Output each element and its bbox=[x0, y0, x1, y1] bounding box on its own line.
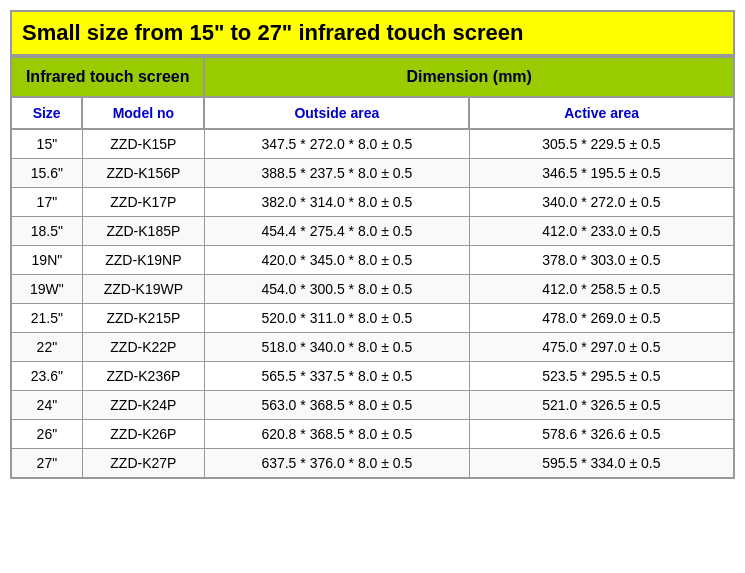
cell-active: 378.0 * 303.0 ± 0.5 bbox=[469, 246, 734, 275]
cell-model: ZZD-K17P bbox=[82, 188, 204, 217]
table-row: 18.5"ZZD-K185P454.4 * 275.4 * 8.0 ± 0.54… bbox=[11, 217, 734, 246]
cell-active: 412.0 * 233.0 ± 0.5 bbox=[469, 217, 734, 246]
cell-outside: 563.0 * 368.5 * 8.0 ± 0.5 bbox=[204, 391, 469, 420]
table-row: 19W"ZZD-K19WP454.0 * 300.5 * 8.0 ± 0.541… bbox=[11, 275, 734, 304]
subheader-size: Size bbox=[11, 97, 82, 129]
cell-model: ZZD-K24P bbox=[82, 391, 204, 420]
cell-size: 19N" bbox=[11, 246, 82, 275]
cell-outside: 454.0 * 300.5 * 8.0 ± 0.5 bbox=[204, 275, 469, 304]
cell-size: 21.5" bbox=[11, 304, 82, 333]
cell-outside: 454.4 * 275.4 * 8.0 ± 0.5 bbox=[204, 217, 469, 246]
cell-model: ZZD-K19NP bbox=[82, 246, 204, 275]
cell-model: ZZD-K236P bbox=[82, 362, 204, 391]
cell-active: 340.0 * 272.0 ± 0.5 bbox=[469, 188, 734, 217]
cell-outside: 518.0 * 340.0 * 8.0 ± 0.5 bbox=[204, 333, 469, 362]
cell-model: ZZD-K19WP bbox=[82, 275, 204, 304]
cell-size: 22" bbox=[11, 333, 82, 362]
table-row: 26"ZZD-K26P620.8 * 368.5 * 8.0 ± 0.5578.… bbox=[11, 420, 734, 449]
subheader-model: Model no bbox=[82, 97, 204, 129]
cell-outside: 565.5 * 337.5 * 8.0 ± 0.5 bbox=[204, 362, 469, 391]
cell-active: 521.0 * 326.5 ± 0.5 bbox=[469, 391, 734, 420]
cell-active: 475.0 * 297.0 ± 0.5 bbox=[469, 333, 734, 362]
subheader-outside: Outside area bbox=[204, 97, 469, 129]
table-row: 22"ZZD-K22P518.0 * 340.0 * 8.0 ± 0.5475.… bbox=[11, 333, 734, 362]
cell-active: 478.0 * 269.0 ± 0.5 bbox=[469, 304, 734, 333]
cell-outside: 347.5 * 272.0 * 8.0 ± 0.5 bbox=[204, 129, 469, 159]
cell-model: ZZD-K215P bbox=[82, 304, 204, 333]
cell-active: 305.5 * 229.5 ± 0.5 bbox=[469, 129, 734, 159]
cell-outside: 382.0 * 314.0 * 8.0 ± 0.5 bbox=[204, 188, 469, 217]
cell-active: 346.5 * 195.5 ± 0.5 bbox=[469, 159, 734, 188]
cell-outside: 388.5 * 237.5 * 8.0 ± 0.5 bbox=[204, 159, 469, 188]
table-row: 15.6"ZZD-K156P388.5 * 237.5 * 8.0 ± 0.53… bbox=[11, 159, 734, 188]
cell-active: 523.5 * 295.5 ± 0.5 bbox=[469, 362, 734, 391]
cell-active: 595.5 * 334.0 ± 0.5 bbox=[469, 449, 734, 479]
cell-size: 19W" bbox=[11, 275, 82, 304]
header-infrared: Infrared touch screen bbox=[11, 57, 204, 97]
cell-active: 412.0 * 258.5 ± 0.5 bbox=[469, 275, 734, 304]
cell-active: 578.6 * 326.6 ± 0.5 bbox=[469, 420, 734, 449]
table-row: 15"ZZD-K15P347.5 * 272.0 * 8.0 ± 0.5305.… bbox=[11, 129, 734, 159]
cell-size: 24" bbox=[11, 391, 82, 420]
header-dimension: Dimension (mm) bbox=[204, 57, 734, 97]
cell-size: 23.6" bbox=[11, 362, 82, 391]
cell-model: ZZD-K156P bbox=[82, 159, 204, 188]
main-table: Infrared touch screen Dimension (mm) Siz… bbox=[10, 56, 735, 479]
cell-size: 15" bbox=[11, 129, 82, 159]
cell-size: 18.5" bbox=[11, 217, 82, 246]
table-row: 19N"ZZD-K19NP420.0 * 345.0 * 8.0 ± 0.537… bbox=[11, 246, 734, 275]
cell-model: ZZD-K185P bbox=[82, 217, 204, 246]
table-row: 27"ZZD-K27P637.5 * 376.0 * 8.0 ± 0.5595.… bbox=[11, 449, 734, 479]
cell-outside: 420.0 * 345.0 * 8.0 ± 0.5 bbox=[204, 246, 469, 275]
cell-size: 27" bbox=[11, 449, 82, 479]
table-row: 17"ZZD-K17P382.0 * 314.0 * 8.0 ± 0.5340.… bbox=[11, 188, 734, 217]
cell-model: ZZD-K27P bbox=[82, 449, 204, 479]
table-row: 24"ZZD-K24P563.0 * 368.5 * 8.0 ± 0.5521.… bbox=[11, 391, 734, 420]
cell-outside: 637.5 * 376.0 * 8.0 ± 0.5 bbox=[204, 449, 469, 479]
page-title: Small size from 15" to 27" infrared touc… bbox=[10, 10, 735, 56]
cell-size: 15.6" bbox=[11, 159, 82, 188]
cell-size: 17" bbox=[11, 188, 82, 217]
table-row: 21.5"ZZD-K215P520.0 * 311.0 * 8.0 ± 0.54… bbox=[11, 304, 734, 333]
subheader-active: Active area bbox=[469, 97, 734, 129]
table-row: 23.6"ZZD-K236P565.5 * 337.5 * 8.0 ± 0.55… bbox=[11, 362, 734, 391]
cell-model: ZZD-K15P bbox=[82, 129, 204, 159]
cell-outside: 620.8 * 368.5 * 8.0 ± 0.5 bbox=[204, 420, 469, 449]
cell-model: ZZD-K26P bbox=[82, 420, 204, 449]
cell-size: 26" bbox=[11, 420, 82, 449]
cell-outside: 520.0 * 311.0 * 8.0 ± 0.5 bbox=[204, 304, 469, 333]
cell-model: ZZD-K22P bbox=[82, 333, 204, 362]
